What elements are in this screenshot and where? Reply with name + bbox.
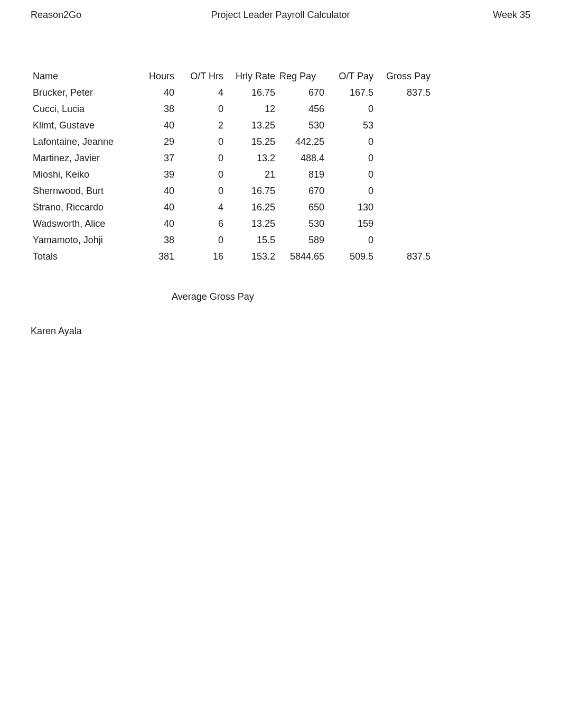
- table-header-row: Name Hours O/T Hrs Hrly Rate Reg Pay O/T…: [31, 68, 433, 85]
- col-hrly-rate: Hrly Rate: [226, 68, 277, 85]
- cell-hrly-rate: 16.75: [226, 85, 277, 101]
- payroll-document: Reason2Go Project Leader Payroll Calcula…: [0, 0, 561, 337]
- cell-ot-hrs: 4: [176, 199, 226, 216]
- cell-gross-pay: [376, 150, 433, 167]
- cell-hrly-rate: 15.5: [226, 232, 277, 248]
- table-row: Wadsworth, Alice40613.25530159: [31, 216, 433, 232]
- totals-reg-pay: 5844.65: [277, 248, 326, 265]
- cell-hours: 38: [127, 101, 176, 117]
- cell-name: Martinez, Javier: [31, 150, 127, 167]
- cell-ot-pay: 0: [326, 232, 376, 248]
- cell-reg-pay: 819: [277, 167, 326, 183]
- cell-hours: 39: [127, 167, 176, 183]
- table-row: Shernwood, Burt40016.756700: [31, 183, 433, 199]
- company-name: Reason2Go: [31, 10, 156, 21]
- cell-name: Cucci, Lucia: [31, 101, 127, 117]
- totals-label: Totals: [31, 248, 127, 265]
- totals-ot-hrs: 16: [176, 248, 226, 265]
- cell-reg-pay: 530: [277, 216, 326, 232]
- totals-gross-pay: 837.5: [376, 248, 433, 265]
- cell-ot-pay: 0: [326, 150, 376, 167]
- cell-gross-pay: [376, 134, 433, 150]
- col-gross-pay: Gross Pay: [376, 68, 433, 85]
- totals-ot-pay: 509.5: [326, 248, 376, 265]
- cell-name: Mioshi, Keiko: [31, 167, 127, 183]
- cell-hrly-rate: 13.25: [226, 117, 277, 134]
- cell-ot-pay: 0: [326, 167, 376, 183]
- cell-gross-pay: [376, 232, 433, 248]
- cell-gross-pay: [376, 117, 433, 134]
- cell-hrly-rate: 13.2: [226, 150, 277, 167]
- cell-ot-hrs: 4: [176, 85, 226, 101]
- cell-ot-pay: 0: [326, 134, 376, 150]
- cell-name: Klimt, Gustave: [31, 117, 127, 134]
- cell-name: Brucker, Peter: [31, 85, 127, 101]
- col-name: Name: [31, 68, 127, 85]
- totals-hours: 381: [127, 248, 176, 265]
- cell-reg-pay: 530: [277, 117, 326, 134]
- cell-hours: 38: [127, 232, 176, 248]
- cell-hours: 40: [127, 117, 176, 134]
- cell-reg-pay: 589: [277, 232, 326, 248]
- cell-hours: 37: [127, 150, 176, 167]
- cell-ot-hrs: 0: [176, 183, 226, 199]
- author-name: Karen Ayala: [31, 326, 530, 337]
- cell-name: Wadsworth, Alice: [31, 216, 127, 232]
- cell-ot-hrs: 2: [176, 117, 226, 134]
- cell-ot-pay: 0: [326, 183, 376, 199]
- document-header: Reason2Go Project Leader Payroll Calcula…: [31, 10, 530, 21]
- col-hours: Hours: [127, 68, 176, 85]
- table-row: Brucker, Peter40416.75670167.5837.5: [31, 85, 433, 101]
- cell-ot-hrs: 0: [176, 232, 226, 248]
- cell-name: Yamamoto, Johji: [31, 232, 127, 248]
- table-row: Klimt, Gustave40213.2553053: [31, 117, 433, 134]
- cell-hours: 40: [127, 216, 176, 232]
- cell-name: Shernwood, Burt: [31, 183, 127, 199]
- col-ot-pay: O/T Pay: [326, 68, 376, 85]
- cell-ot-hrs: 0: [176, 101, 226, 117]
- cell-gross-pay: [376, 101, 433, 117]
- cell-ot-hrs: 0: [176, 134, 226, 150]
- cell-hours: 40: [127, 199, 176, 216]
- cell-ot-pay: 130: [326, 199, 376, 216]
- cell-ot-pay: 167.5: [326, 85, 376, 101]
- cell-hrly-rate: 21: [226, 167, 277, 183]
- cell-reg-pay: 488.4: [277, 150, 326, 167]
- table-row: Martinez, Javier37013.2488.40: [31, 150, 433, 167]
- totals-row: Totals 381 16 153.2 5844.65 509.5 837.5: [31, 248, 433, 265]
- cell-reg-pay: 442.25: [277, 134, 326, 150]
- cell-name: Lafontaine, Jeanne: [31, 134, 127, 150]
- table-row: Yamamoto, Johji38015.55890: [31, 232, 433, 248]
- cell-gross-pay: [376, 167, 433, 183]
- cell-reg-pay: 670: [277, 85, 326, 101]
- cell-ot-pay: 0: [326, 101, 376, 117]
- payroll-table: Name Hours O/T Hrs Hrly Rate Reg Pay O/T…: [31, 68, 433, 265]
- cell-hours: 40: [127, 85, 176, 101]
- cell-hours: 29: [127, 134, 176, 150]
- cell-hrly-rate: 16.25: [226, 199, 277, 216]
- cell-ot-hrs: 6: [176, 216, 226, 232]
- cell-reg-pay: 650: [277, 199, 326, 216]
- col-reg-pay: Reg Pay: [277, 68, 326, 85]
- average-gross-pay-label: Average Gross Pay: [31, 291, 530, 302]
- cell-gross-pay: [376, 199, 433, 216]
- cell-hrly-rate: 16.75: [226, 183, 277, 199]
- week-label: Week 35: [406, 10, 531, 21]
- cell-ot-pay: 159: [326, 216, 376, 232]
- cell-hrly-rate: 13.25: [226, 216, 277, 232]
- table-row: Lafontaine, Jeanne29015.25442.250: [31, 134, 433, 150]
- totals-hrly-rate: 153.2: [226, 248, 277, 265]
- cell-name: Strano, Riccardo: [31, 199, 127, 216]
- cell-hours: 40: [127, 183, 176, 199]
- cell-ot-hrs: 0: [176, 167, 226, 183]
- cell-reg-pay: 670: [277, 183, 326, 199]
- table-row: Cucci, Lucia380124560: [31, 101, 433, 117]
- cell-ot-pay: 53: [326, 117, 376, 134]
- table-row: Strano, Riccardo40416.25650130: [31, 199, 433, 216]
- table-row: Mioshi, Keiko390218190: [31, 167, 433, 183]
- cell-gross-pay: 837.5: [376, 85, 433, 101]
- cell-gross-pay: [376, 216, 433, 232]
- col-ot-hrs: O/T Hrs: [176, 68, 226, 85]
- cell-ot-hrs: 0: [176, 150, 226, 167]
- cell-reg-pay: 456: [277, 101, 326, 117]
